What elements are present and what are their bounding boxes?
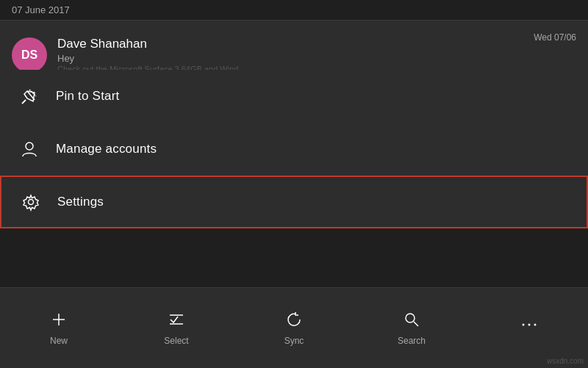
watermark: wsxdn.com <box>547 357 584 365</box>
gear-icon <box>19 190 43 214</box>
sync-label: Sync <box>284 336 304 346</box>
date-header: 07 June 2017 <box>0 0 588 21</box>
new-label: New <box>50 336 68 346</box>
menu-item-pin-to-start[interactable]: Pin to Start <box>0 70 588 123</box>
email-content: Dave Shanahan Hey Check out the Microsof… <box>57 37 526 73</box>
date-header-text: 07 June 2017 <box>12 4 70 15</box>
email-preview: Hey <box>57 53 526 64</box>
plus-icon <box>50 311 68 331</box>
person-icon <box>18 137 41 161</box>
ellipsis-icon <box>520 316 538 336</box>
svg-point-9 <box>406 314 415 322</box>
email-sender: Dave Shanahan <box>57 37 526 51</box>
svg-line-0 <box>22 100 26 104</box>
toolbar: New Select Sync Search <box>0 287 588 368</box>
context-menu: Pin to Start Manage accounts Settings <box>0 70 588 228</box>
email-date: Wed 07/06 <box>534 29 576 43</box>
sync-icon <box>285 311 303 331</box>
toolbar-select[interactable]: Select <box>118 288 235 368</box>
svg-point-4 <box>29 200 34 205</box>
manage-accounts-label: Manage accounts <box>56 142 157 156</box>
toolbar-more[interactable] <box>470 288 588 368</box>
pin-to-start-label: Pin to Start <box>56 89 120 104</box>
toolbar-new[interactable]: New <box>0 288 118 368</box>
toolbar-search[interactable]: Search <box>353 288 470 368</box>
select-label: Select <box>164 336 188 346</box>
avatar: DS <box>12 37 47 73</box>
svg-point-12 <box>528 323 531 325</box>
pin-icon <box>18 84 41 108</box>
svg-point-11 <box>523 323 525 325</box>
select-icon <box>168 311 185 331</box>
settings-label: Settings <box>57 195 104 209</box>
toolbar-sync[interactable]: Sync <box>235 288 353 368</box>
search-label: Search <box>398 336 426 346</box>
svg-point-13 <box>534 323 537 325</box>
menu-item-manage-accounts[interactable]: Manage accounts <box>0 123 588 176</box>
svg-point-3 <box>26 142 33 150</box>
svg-line-10 <box>414 322 418 326</box>
search-icon <box>403 311 420 331</box>
menu-item-settings[interactable]: Settings <box>0 176 588 228</box>
